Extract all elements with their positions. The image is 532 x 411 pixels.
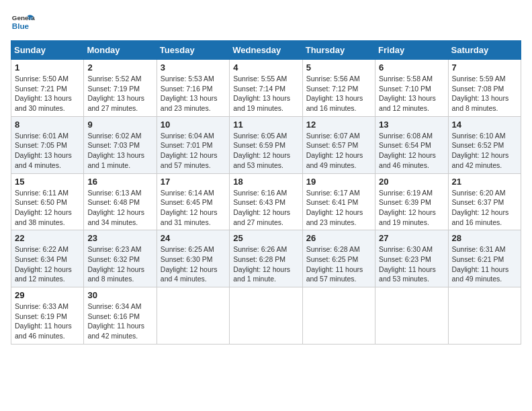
day-number: 30: [87, 290, 152, 300]
day-number: 21: [452, 177, 517, 187]
calendar-cell: 15Sunrise: 6:11 AM Sunset: 6:50 PM Dayli…: [11, 173, 84, 230]
day-number: 5: [306, 62, 371, 73]
calendar-cell: 11Sunrise: 6:05 AM Sunset: 6:59 PM Dayli…: [230, 116, 302, 173]
calendar-cell: 20Sunrise: 6:19 AM Sunset: 6:39 PM Dayli…: [375, 173, 448, 230]
calendar-cell: 13Sunrise: 6:08 AM Sunset: 6:54 PM Dayli…: [375, 116, 448, 173]
day-number: 22: [15, 233, 80, 243]
day-info: Sunrise: 6:25 AM Sunset: 6:30 PM Dayligh…: [161, 244, 226, 284]
weekday-header-thursday: Thursday: [302, 41, 375, 60]
day-number: 25: [233, 233, 298, 243]
day-info: Sunrise: 5:58 AM Sunset: 7:10 PM Dayligh…: [379, 74, 444, 113]
calendar-table: SundayMondayTuesdayWednesdayThursdayFrid…: [11, 40, 521, 345]
day-info: Sunrise: 5:52 AM Sunset: 7:19 PM Dayligh…: [87, 74, 152, 113]
calendar-cell: 14Sunrise: 6:10 AM Sunset: 6:52 PM Dayli…: [448, 116, 521, 173]
day-info: Sunrise: 6:33 AM Sunset: 6:19 PM Dayligh…: [15, 302, 80, 341]
day-info: Sunrise: 6:05 AM Sunset: 6:59 PM Dayligh…: [233, 131, 298, 171]
calendar-cell: 7Sunrise: 5:59 AM Sunset: 7:08 PM Daylig…: [448, 60, 521, 117]
day-info: Sunrise: 6:04 AM Sunset: 7:01 PM Dayligh…: [161, 131, 226, 171]
calendar-cell: 10Sunrise: 6:04 AM Sunset: 7:01 PM Dayli…: [157, 116, 229, 173]
calendar-week-4: 22Sunrise: 6:22 AM Sunset: 6:34 PM Dayli…: [11, 230, 521, 287]
day-number: 23: [87, 233, 152, 243]
day-info: Sunrise: 6:19 AM Sunset: 6:39 PM Dayligh…: [379, 188, 444, 228]
calendar-cell: 30Sunrise: 6:34 AM Sunset: 6:16 PM Dayli…: [84, 287, 157, 345]
day-info: Sunrise: 6:17 AM Sunset: 6:41 PM Dayligh…: [306, 188, 371, 228]
logo: General Blue: [11, 11, 38, 35]
day-info: Sunrise: 6:26 AM Sunset: 6:28 PM Dayligh…: [233, 244, 298, 284]
calendar-cell: [230, 287, 302, 345]
day-number: 19: [306, 177, 371, 187]
day-info: Sunrise: 5:59 AM Sunset: 7:08 PM Dayligh…: [452, 74, 517, 113]
day-info: Sunrise: 6:08 AM Sunset: 6:54 PM Dayligh…: [379, 131, 444, 171]
calendar-cell: 18Sunrise: 6:16 AM Sunset: 6:43 PM Dayli…: [230, 173, 302, 230]
calendar-week-2: 8Sunrise: 6:01 AM Sunset: 7:05 PM Daylig…: [11, 116, 521, 173]
day-info: Sunrise: 6:16 AM Sunset: 6:43 PM Dayligh…: [233, 188, 298, 228]
weekday-header-sunday: Sunday: [11, 41, 84, 60]
day-number: 1: [15, 62, 80, 73]
weekday-header-tuesday: Tuesday: [157, 41, 229, 60]
calendar-cell: 16Sunrise: 6:13 AM Sunset: 6:48 PM Dayli…: [84, 173, 157, 230]
calendar-cell: 2Sunrise: 5:52 AM Sunset: 7:19 PM Daylig…: [84, 60, 157, 117]
day-info: Sunrise: 6:10 AM Sunset: 6:52 PM Dayligh…: [452, 131, 517, 171]
day-number: 16: [87, 177, 152, 187]
day-info: Sunrise: 6:28 AM Sunset: 6:25 PM Dayligh…: [306, 244, 371, 284]
calendar-cell: 22Sunrise: 6:22 AM Sunset: 6:34 PM Dayli…: [11, 230, 84, 287]
day-number: 29: [15, 290, 80, 300]
weekday-header-monday: Monday: [84, 41, 157, 60]
calendar-cell: 1Sunrise: 5:50 AM Sunset: 7:21 PM Daylig…: [11, 60, 84, 117]
day-info: Sunrise: 6:07 AM Sunset: 6:57 PM Dayligh…: [306, 131, 371, 171]
day-number: 18: [233, 177, 298, 187]
day-info: Sunrise: 5:56 AM Sunset: 7:12 PM Dayligh…: [306, 74, 371, 113]
day-number: 14: [452, 120, 517, 130]
day-info: Sunrise: 6:02 AM Sunset: 7:03 PM Dayligh…: [87, 131, 152, 171]
day-number: 20: [379, 177, 444, 187]
day-number: 15: [15, 177, 80, 187]
calendar-cell: 28Sunrise: 6:31 AM Sunset: 6:21 PM Dayli…: [448, 230, 521, 287]
calendar-cell: [157, 287, 229, 345]
calendar-cell: 12Sunrise: 6:07 AM Sunset: 6:57 PM Dayli…: [302, 116, 375, 173]
day-info: Sunrise: 6:31 AM Sunset: 6:21 PM Dayligh…: [452, 244, 517, 284]
calendar-week-5: 29Sunrise: 6:33 AM Sunset: 6:19 PM Dayli…: [11, 287, 521, 345]
calendar-cell: 26Sunrise: 6:28 AM Sunset: 6:25 PM Dayli…: [302, 230, 375, 287]
day-number: 6: [379, 62, 444, 73]
day-number: 13: [379, 120, 444, 130]
day-number: 10: [161, 120, 226, 130]
day-number: 4: [233, 62, 298, 73]
calendar-cell: 17Sunrise: 6:14 AM Sunset: 6:45 PM Dayli…: [157, 173, 229, 230]
day-number: 2: [87, 62, 152, 73]
calendar-week-3: 15Sunrise: 6:11 AM Sunset: 6:50 PM Dayli…: [11, 173, 521, 230]
day-info: Sunrise: 6:01 AM Sunset: 7:05 PM Dayligh…: [15, 131, 80, 171]
calendar-cell: 27Sunrise: 6:30 AM Sunset: 6:23 PM Dayli…: [375, 230, 448, 287]
day-number: 26: [306, 233, 371, 243]
calendar-cell: 25Sunrise: 6:26 AM Sunset: 6:28 PM Dayli…: [230, 230, 302, 287]
calendar-cell: 6Sunrise: 5:58 AM Sunset: 7:10 PM Daylig…: [375, 60, 448, 117]
day-number: 7: [452, 62, 517, 73]
day-number: 28: [452, 233, 517, 243]
day-number: 8: [15, 120, 80, 130]
day-info: Sunrise: 6:20 AM Sunset: 6:37 PM Dayligh…: [452, 188, 517, 228]
calendar-cell: 4Sunrise: 5:55 AM Sunset: 7:14 PM Daylig…: [230, 60, 302, 117]
calendar-cell: [448, 287, 521, 345]
calendar-cell: 29Sunrise: 6:33 AM Sunset: 6:19 PM Dayli…: [11, 287, 84, 345]
weekday-header-friday: Friday: [375, 41, 448, 60]
calendar-header-row: SundayMondayTuesdayWednesdayThursdayFrid…: [11, 41, 521, 60]
calendar-cell: 19Sunrise: 6:17 AM Sunset: 6:41 PM Dayli…: [302, 173, 375, 230]
day-info: Sunrise: 5:55 AM Sunset: 7:14 PM Dayligh…: [233, 74, 298, 113]
day-number: 9: [87, 120, 152, 130]
calendar-cell: 5Sunrise: 5:56 AM Sunset: 7:12 PM Daylig…: [302, 60, 375, 117]
day-number: 11: [233, 120, 298, 130]
day-info: Sunrise: 6:14 AM Sunset: 6:45 PM Dayligh…: [161, 188, 226, 228]
day-info: Sunrise: 6:13 AM Sunset: 6:48 PM Dayligh…: [87, 188, 152, 228]
calendar-cell: [302, 287, 375, 345]
calendar-week-1: 1Sunrise: 5:50 AM Sunset: 7:21 PM Daylig…: [11, 60, 521, 117]
svg-text:Blue: Blue: [12, 21, 30, 30]
day-info: Sunrise: 5:50 AM Sunset: 7:21 PM Dayligh…: [15, 74, 80, 113]
day-info: Sunrise: 6:22 AM Sunset: 6:34 PM Dayligh…: [15, 244, 80, 284]
day-info: Sunrise: 6:30 AM Sunset: 6:23 PM Dayligh…: [379, 244, 444, 284]
day-info: Sunrise: 6:11 AM Sunset: 6:50 PM Dayligh…: [15, 188, 80, 228]
page-header: General Blue: [11, 11, 521, 35]
day-info: Sunrise: 6:34 AM Sunset: 6:16 PM Dayligh…: [87, 302, 152, 341]
weekday-header-saturday: Saturday: [448, 41, 521, 60]
day-info: Sunrise: 6:23 AM Sunset: 6:32 PM Dayligh…: [87, 244, 152, 284]
day-number: 3: [161, 62, 226, 73]
calendar-cell: 3Sunrise: 5:53 AM Sunset: 7:16 PM Daylig…: [157, 60, 229, 117]
